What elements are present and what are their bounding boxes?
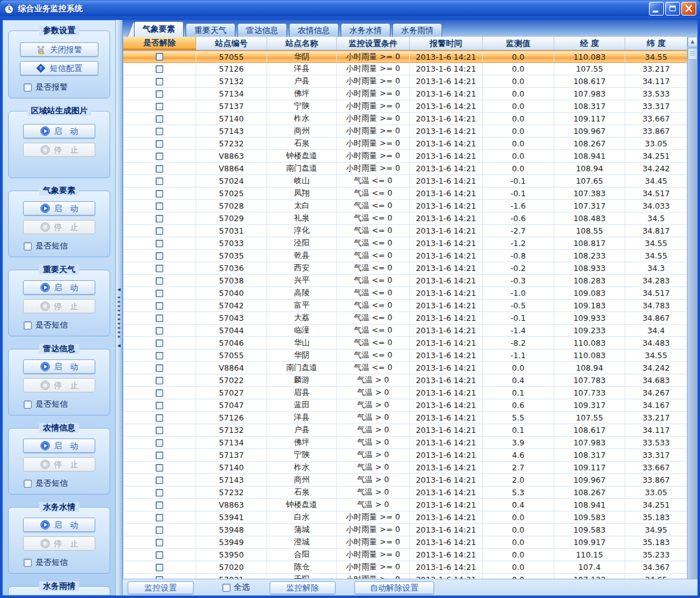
column-header[interactable]: 是否解除 <box>123 37 196 50</box>
sms-enable-checkbox[interactable] <box>24 242 32 250</box>
sms-enable-checkbox[interactable] <box>24 401 32 409</box>
column-header[interactable]: 纬 度 <box>625 37 687 50</box>
table-row[interactable]: 57140柞水小时雨量 >= 02013-1-6 14:210.0109.117… <box>123 113 687 125</box>
column-header[interactable]: 监控设置条件 <box>337 37 410 50</box>
release-checkbox[interactable] <box>156 402 163 409</box>
table-row[interactable]: 57022麟游气温 > 02013-1-6 14:210.4107.78334.… <box>123 374 687 387</box>
table-row[interactable]: 57137宁陕小时雨量 >= 02013-1-6 14:210.0108.317… <box>123 100 687 113</box>
start-button[interactable]: 启 动 <box>23 359 95 374</box>
stop-button[interactable]: 停 止 <box>23 143 95 157</box>
alarm-enable-checkbox[interactable] <box>24 83 32 92</box>
sms-config-button[interactable]: 短信配置 <box>20 61 98 75</box>
table-row[interactable]: 57036西安气温 <= 02013-1-6 14:21-0.2108.9333… <box>123 262 687 275</box>
table-row[interactable]: 57143商州小时雨量 >= 02013-1-6 14:210.0109.967… <box>123 125 687 138</box>
table-row[interactable]: 57028太白气温 <= 02013-1-6 14:21-1.6107.3173… <box>123 200 687 212</box>
tab[interactable]: 水务雨情 <box>392 23 442 37</box>
table-row[interactable]: 57132户县小时雨量 >= 02013-1-6 14:210.0108.617… <box>123 75 687 88</box>
table-row[interactable]: 57126洋县气温 > 02013-1-6 14:215.5107.5533.2… <box>123 412 687 424</box>
release-checkbox[interactable] <box>156 514 163 521</box>
release-checkbox[interactable] <box>156 165 163 173</box>
release-checkbox[interactable] <box>156 277 163 285</box>
scroll-up-icon[interactable]: ▲ <box>688 37 698 47</box>
sms-enable-checkbox[interactable] <box>24 321 32 330</box>
stop-button[interactable]: 停 止 <box>23 457 95 472</box>
select-all-checkbox[interactable] <box>222 584 230 592</box>
table-row[interactable]: 53948蒲城小时雨量 >= 02013-1-6 14:210.0109.583… <box>123 524 687 536</box>
column-header[interactable]: 站点名称 <box>267 37 337 50</box>
release-checkbox[interactable] <box>156 576 163 579</box>
sms-enable-checkbox[interactable] <box>24 480 32 488</box>
close-icon[interactable] <box>681 2 696 16</box>
release-checkbox[interactable] <box>156 389 163 397</box>
release-checkbox[interactable] <box>156 190 163 197</box>
release-checkbox[interactable] <box>156 90 163 98</box>
release-checkbox[interactable] <box>156 452 163 459</box>
close-alarm-button[interactable]: 关闭报警 <box>20 42 98 57</box>
release-checkbox[interactable] <box>156 414 163 422</box>
release-checkbox[interactable] <box>156 339 163 347</box>
table-row[interactable]: 57044临潼气温 <= 02013-1-6 14:21-1.4109.2333… <box>123 325 687 337</box>
table-row[interactable]: 57134佛坪小时雨量 >= 02013-1-6 14:210.0107.983… <box>123 88 687 100</box>
release-checkbox[interactable] <box>156 464 163 472</box>
sidebar-splitter[interactable]: ◀ ◀ <box>116 20 123 596</box>
table-row[interactable]: 57021千阳小时雨量 >= 02013-1-6 14:210.0107.133… <box>123 574 687 579</box>
tab[interactable]: 重要天气 <box>186 23 235 37</box>
release-checkbox[interactable] <box>156 53 163 60</box>
release-checkbox[interactable] <box>156 501 163 509</box>
release-checkbox[interactable] <box>156 427 163 434</box>
collapse-arrow-icon[interactable]: ◀ <box>116 343 121 349</box>
tab[interactable]: 水务水情 <box>341 23 390 37</box>
release-checkbox[interactable] <box>156 178 163 185</box>
table-row[interactable]: 57027眉县气温 > 02013-1-6 14:210.1107.73334.… <box>123 387 687 399</box>
release-checkbox[interactable] <box>156 115 163 123</box>
release-checkbox[interactable] <box>156 240 163 247</box>
splitter-grip[interactable] <box>118 297 120 339</box>
release-checkbox[interactable] <box>156 352 163 359</box>
release-checkbox[interactable] <box>156 103 163 110</box>
monitor-release-button[interactable]: 监控解除 <box>270 581 336 594</box>
release-checkbox[interactable] <box>156 78 163 85</box>
table-row[interactable]: 57020陈仓小时雨量 >= 02013-1-6 14:210.0107.434… <box>123 561 687 574</box>
release-checkbox[interactable] <box>156 140 163 148</box>
table-row[interactable]: 57033泾阳气温 <= 02013-1-6 14:21-1.2108.8173… <box>123 237 687 250</box>
release-checkbox[interactable] <box>156 128 163 135</box>
table-row[interactable]: 57029礼泉气温 <= 02013-1-6 14:21-0.6108.4833… <box>123 212 687 225</box>
column-header[interactable]: 经 度 <box>554 37 625 50</box>
table-row[interactable]: 57126洋县小时雨量 >= 02013-1-6 14:210.0107.553… <box>123 63 687 75</box>
table-row[interactable]: 57024岐山气温 <= 02013-1-6 14:21-0.1107.6534… <box>123 175 687 187</box>
release-checkbox[interactable] <box>156 551 163 559</box>
table-row[interactable]: 57137宁陕气温 > 02013-1-6 14:214.6108.31733.… <box>123 449 687 462</box>
table-row[interactable]: 57140柞水气温 > 02013-1-6 14:212.7109.11733.… <box>123 462 687 474</box>
tab[interactable]: 气象要素 <box>134 21 184 37</box>
table-row[interactable]: 57134佛坪气温 > 02013-1-6 14:213.9107.98333.… <box>123 437 687 449</box>
vertical-scrollbar[interactable]: ▲ <box>687 37 698 579</box>
sms-enable-checkbox[interactable] <box>24 559 32 567</box>
release-checkbox[interactable] <box>156 65 163 73</box>
table-row[interactable]: 57232石泉气温 > 02013-1-6 14:215.3108.26733.… <box>123 486 687 499</box>
release-checkbox[interactable] <box>156 439 163 447</box>
table-row[interactable]: 57143商州气温 > 02013-1-6 14:212.0109.96733.… <box>123 474 687 486</box>
release-checkbox[interactable] <box>156 153 163 160</box>
column-header[interactable]: 站点编号 <box>196 37 267 50</box>
table-row[interactable]: 57040高陵气温 <= 02013-1-6 14:21-1.0109.0833… <box>123 287 687 300</box>
release-checkbox[interactable] <box>156 227 163 235</box>
release-checkbox[interactable] <box>156 377 163 384</box>
start-button[interactable]: 启 动 <box>23 439 95 453</box>
table-row[interactable]: V8864南门盘道气温 <= 02013-1-6 14:210.0108.943… <box>123 362 687 374</box>
release-checkbox[interactable] <box>156 364 163 372</box>
start-button[interactable]: 启 动 <box>23 201 95 216</box>
table-row[interactable]: V8863钟楼盘道气温 > 02013-1-6 14:210.4108.9413… <box>123 499 687 511</box>
release-checkbox[interactable] <box>156 290 163 297</box>
minimize-button[interactable] <box>649 2 664 16</box>
table-row[interactable]: 57043大荔气温 <= 02013-1-6 14:21-0.1109.9333… <box>123 312 687 325</box>
column-header[interactable]: 监测值 <box>483 37 554 50</box>
table-row[interactable]: 57055华阴气温 <= 02013-1-6 14:21-1.1110.0833… <box>123 349 687 362</box>
table-row[interactable]: 57046华山气温 <= 02013-1-6 14:21-8.2110.0833… <box>123 337 687 349</box>
release-checkbox[interactable] <box>156 526 163 534</box>
table-row[interactable]: 53950合阳小时雨量 >= 02013-1-6 14:210.0110.153… <box>123 549 687 561</box>
release-checkbox[interactable] <box>156 315 163 322</box>
collapse-arrow-icon[interactable]: ◀ <box>116 287 121 293</box>
release-checkbox[interactable] <box>156 477 163 484</box>
table-row[interactable]: 53949澄城小时雨量 >= 02013-1-6 14:210.0109.917… <box>123 536 687 549</box>
start-button[interactable]: 启 动 <box>23 280 95 295</box>
